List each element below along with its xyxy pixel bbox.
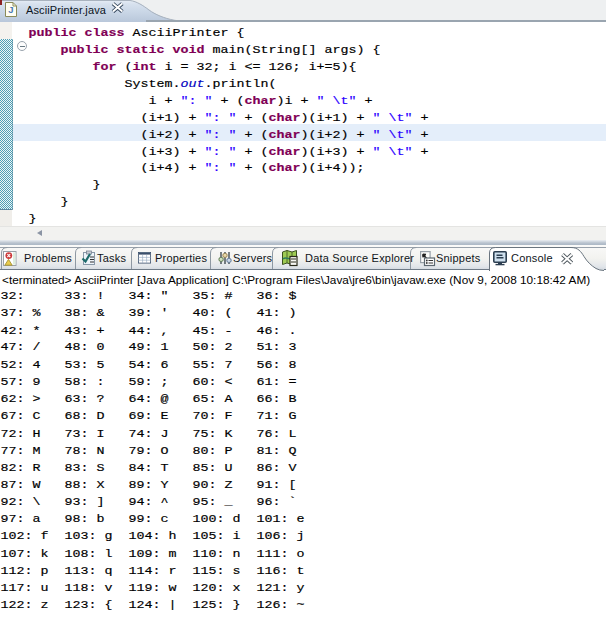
svg-text:J: J (8, 4, 13, 15)
